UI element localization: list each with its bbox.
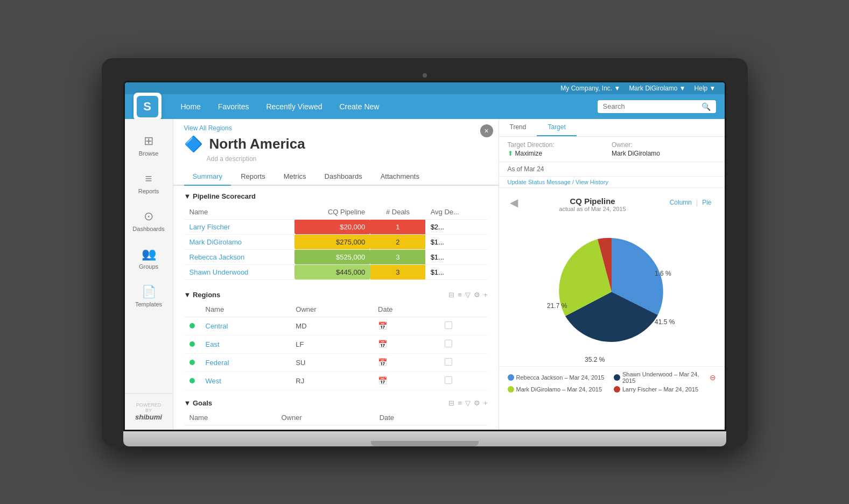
federal-owner: SU bbox=[290, 353, 373, 372]
search-input[interactable] bbox=[603, 102, 701, 110]
mark-link[interactable]: Mark DiGirolamo bbox=[190, 238, 242, 246]
chart-panel: Trend Target Target Direction: ⬆ Maximiz… bbox=[499, 119, 725, 430]
goals-action-add[interactable]: + bbox=[483, 399, 488, 407]
west-checkbox[interactable] bbox=[445, 376, 452, 384]
central-link[interactable]: Central bbox=[206, 322, 228, 330]
central-status bbox=[190, 323, 195, 328]
goals-action-grid[interactable]: ≡ bbox=[458, 399, 462, 407]
legend-dot-shawn bbox=[614, 374, 620, 381]
tab-dashboards[interactable]: Dashboards bbox=[316, 168, 371, 186]
page-title: North America bbox=[209, 136, 305, 152]
goals-action-filter[interactable]: ▽ bbox=[465, 399, 471, 407]
tab-metrics[interactable]: Metrics bbox=[275, 168, 315, 186]
breadcrumb[interactable]: View All Regions bbox=[184, 124, 488, 132]
larry-avg: $2... bbox=[425, 219, 488, 234]
pie-chart: 1.6 % 21.7 % 35.2 % 41.5 % bbox=[531, 222, 692, 362]
nav-favorites[interactable]: Favorites bbox=[209, 96, 258, 117]
east-calendar[interactable]: 📅 bbox=[378, 340, 387, 348]
central-calendar[interactable]: 📅 bbox=[378, 321, 387, 330]
chart-tab-trend[interactable]: Trend bbox=[499, 119, 537, 136]
nav-recently-viewed[interactable]: Recently Viewed bbox=[257, 96, 331, 117]
legend-rebecca: Rebecca Jackson – Mar 24, 2015 bbox=[508, 371, 610, 384]
chart-title: CQ Pipeline bbox=[533, 197, 652, 206]
rebecca-pipeline: $525,000 bbox=[294, 249, 370, 264]
help-menu[interactable]: Help ▼ bbox=[694, 85, 716, 92]
legend-mark: Mark DiGirolamo – Mar 24, 2015 bbox=[508, 386, 610, 393]
scorecard-row-3: Rebecca Jackson $525,000 3 $1... bbox=[184, 249, 488, 264]
sidebar: ⊞ Browse ≡ Reports ⊙ Dashboards 👥 Groups bbox=[125, 119, 173, 430]
regions-col-name bbox=[184, 302, 200, 317]
chart-tab-target[interactable]: Target bbox=[537, 119, 576, 136]
tab-summary[interactable]: Summary bbox=[184, 168, 231, 186]
chart-as-of[interactable]: As of Mar 24 bbox=[499, 162, 725, 177]
federal-calendar[interactable]: 📅 bbox=[378, 358, 387, 367]
sidebar-label-groups: Groups bbox=[139, 263, 158, 270]
owner-label: Owner: bbox=[612, 141, 633, 149]
legend-label-rebecca: Rebecca Jackson – Mar 24, 2015 bbox=[516, 374, 605, 381]
goals-col-date: Date bbox=[374, 410, 454, 425]
chart-update-link[interactable]: Update Status Message / View History bbox=[499, 177, 725, 188]
col-pipeline: CQ Pipeline bbox=[294, 205, 370, 220]
larry-pipeline: $20,000 bbox=[294, 219, 370, 234]
regions-action-settings[interactable]: ⚙ bbox=[474, 291, 480, 299]
regions-action-filter[interactable]: ▽ bbox=[465, 291, 471, 299]
user-menu[interactable]: Mark DiGirolamo ▼ bbox=[629, 85, 685, 92]
regions-section: ▼ Regions ⊟ ≡ ▽ ⚙ + bbox=[173, 286, 499, 395]
view-column-link[interactable]: Column bbox=[670, 199, 692, 206]
tab-attachments[interactable]: Attachments bbox=[372, 168, 428, 186]
east-link[interactable]: East bbox=[206, 340, 220, 348]
tab-reports[interactable]: Reports bbox=[232, 168, 274, 186]
owner-value: Mark DiGirolamo bbox=[612, 150, 660, 157]
view-pie-link[interactable]: Pie bbox=[702, 199, 711, 206]
west-status bbox=[190, 378, 195, 383]
federal-link[interactable]: Federal bbox=[206, 359, 229, 367]
sidebar-item-groups[interactable]: 👥 Groups bbox=[125, 241, 173, 276]
scorecard-row-4: Shawn Underwood $445,000 3 $1... bbox=[184, 264, 488, 279]
col-avg: Avg De... bbox=[425, 205, 488, 220]
target-direction-label: Target Direction: bbox=[508, 141, 555, 149]
pie-container: 1.6 % 21.7 % 35.2 % 41.5 % bbox=[499, 218, 725, 366]
central-checkbox[interactable] bbox=[445, 321, 452, 329]
top-bar-nav: S Home Favorites Recently Viewed Create … bbox=[125, 94, 725, 119]
west-calendar[interactable]: 📅 bbox=[378, 376, 387, 385]
regions-action-grid[interactable]: ≡ bbox=[458, 291, 462, 299]
sidebar-label-reports: Reports bbox=[138, 188, 159, 194]
shawn-pipeline: $445,000 bbox=[294, 264, 370, 279]
search-icon[interactable]: 🔍 bbox=[701, 102, 711, 111]
regions-col-owner: Owner bbox=[290, 302, 373, 317]
company-menu[interactable]: My Company, Inc. ▼ bbox=[560, 85, 620, 92]
shawn-link[interactable]: Shawn Underwood bbox=[190, 268, 249, 276]
east-checkbox[interactable] bbox=[445, 340, 452, 347]
label-shawn: 35.2 % bbox=[585, 356, 605, 362]
shibumi-logo: shibumi bbox=[134, 413, 164, 421]
powered-by: POWERED BY shibumi bbox=[125, 393, 173, 430]
rebecca-link[interactable]: Rebecca Jackson bbox=[190, 253, 245, 261]
sidebar-item-templates[interactable]: 📄 Templates bbox=[125, 278, 173, 314]
west-link[interactable]: West bbox=[206, 377, 221, 385]
scorecard-row-2: Mark DiGirolamo $275,000 2 $1... bbox=[184, 234, 488, 249]
sidebar-item-reports[interactable]: ≡ Reports bbox=[125, 165, 173, 201]
back-button[interactable]: ◀ bbox=[503, 194, 524, 211]
sidebar-item-browse[interactable]: ⊞ Browse bbox=[125, 128, 173, 163]
page-description[interactable]: Add a description bbox=[207, 155, 488, 163]
remove-shawn-icon[interactable]: ⊖ bbox=[710, 373, 716, 382]
dashboards-icon: ⊙ bbox=[144, 209, 153, 223]
legend-dot-larry bbox=[614, 386, 620, 393]
goals-action-settings[interactable]: ⚙ bbox=[474, 399, 480, 407]
top-bar: My Company, Inc. ▼ Mark DiGirolamo ▼ Hel… bbox=[125, 82, 725, 119]
goals-action-list[interactable]: ⊟ bbox=[448, 399, 454, 407]
region-row-west: West RJ 📅 bbox=[184, 372, 488, 390]
regions-action-list[interactable]: ⊟ bbox=[448, 291, 454, 299]
sidebar-label-browse: Browse bbox=[139, 150, 159, 157]
federal-checkbox[interactable] bbox=[445, 358, 452, 366]
nav-create-new[interactable]: Create New bbox=[331, 96, 388, 117]
nav-home[interactable]: Home bbox=[172, 96, 209, 117]
regions-title: ▼ Regions bbox=[184, 291, 221, 299]
camera bbox=[423, 73, 427, 78]
close-button[interactable]: × bbox=[480, 124, 493, 137]
regions-action-add[interactable]: + bbox=[483, 291, 488, 299]
sidebar-item-dashboards[interactable]: ⊙ Dashboards bbox=[125, 203, 173, 239]
larry-deals: 1 bbox=[370, 219, 425, 234]
tabs: Summary Reports Metrics Dashboards Attac… bbox=[173, 168, 499, 186]
larry-fischer-link[interactable]: Larry Fischer bbox=[190, 223, 230, 231]
